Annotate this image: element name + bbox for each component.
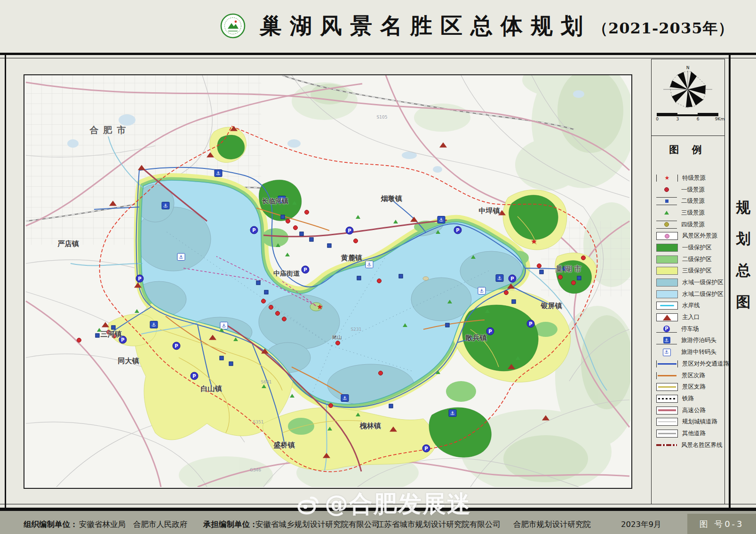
rail-swatch [656,395,678,403]
sheet-number-box: 图 号0-3 [687,514,756,534]
parking-swatch [656,325,677,333]
legend-item: 三级保护区 [656,265,724,277]
left-rule [5,53,6,508]
poster-page: 巢湖风景名胜区总体规划 （2021-2035年） [0,0,756,534]
map-panel: PPPPPPPPPPPP⚓⚓⚓⚓⚓⚓⚓⚓⚓⚓⚓⚓★★ 合肥市严店镇三河镇同大镇白… [24,74,632,489]
scale-tick: 9Km [715,117,724,121]
legend-item: 停车场 [656,323,724,335]
legend-item-label: 水岸线 [682,302,700,310]
page-title-main: 巢湖风景名胜区总体规划 [260,11,591,41]
legend-item: 风景区外景源 [656,230,724,242]
legend-item: 三级景源 [656,207,724,219]
legend-item: 二级保护区 [656,254,724,265]
legend-column-left-border [651,59,652,504]
legend-item-label: 二级保护区 [682,255,712,263]
gushan-island [423,277,429,280]
map-layers [24,74,632,489]
legend-item: 二级景源 [656,195,724,207]
footer-org-1: 安徽省林业局 [79,519,126,530]
top-rule-thin [0,58,756,58]
page-title-years: （2021-2035年） [593,18,733,39]
fill-g2-swatch [656,255,678,263]
legend-item: 水域一级保护区 [656,277,724,288]
legend-item: 一级保护区 [656,242,724,254]
footer-date: 2023年9月 [621,519,661,530]
dot-pink-swatch [656,232,678,240]
legend-item-label: 高速公路 [682,406,706,414]
legend-list: ★特级景源一级景源二级景源三级景源四级景源风景区外景源一级保护区二级保护区三级保… [656,172,724,451]
road-branch-swatch [656,383,678,391]
legend-item-label: 停车场 [681,325,699,333]
legend-item: 景区次路 [656,370,724,382]
legend-item: 规划城镇道路 [656,416,724,428]
fill-w2-swatch [656,290,678,298]
scale-tick: 3 [676,117,679,121]
legend-item-label: 主入口 [682,313,700,321]
entrance-swatch [656,313,678,321]
dock-solid-swatch [656,337,677,344]
sheet-name-strip: 规划总图 [731,198,756,312]
legend-item-label: 一级保护区 [682,244,712,252]
star-bars-swatch: ★ [656,175,678,182]
legend-item: 四级景源 [656,219,724,231]
legend-item-label: 四级景源 [681,221,705,229]
tri-green-swatch [656,209,677,216]
legend-item-label: 水域二级保护区 [682,290,724,298]
sheet-name-char: 划 [736,229,751,249]
legend-item-label: 规划城镇道路 [682,418,717,426]
sheet-name-char: 总 [736,261,751,280]
legend-column-top-border [651,59,725,59]
footer-org-label: 组织编制单位： [24,519,78,530]
legend-item-label: 三级景源 [681,209,705,217]
map-canvas: PPPPPPPPPPPP⚓⚓⚓⚓⚓⚓⚓⚓⚓⚓⚓⚓★★ 合肥市严店镇三河镇同大镇白… [24,74,632,489]
plan-road-swatch [656,418,678,426]
legend-item-label: 其他道路 [682,430,706,438]
legend-column-right-border [724,59,725,504]
scale-tick: 6 [697,117,700,121]
legend-item: ★特级景源 [656,172,724,184]
legend-item: 铁路 [656,393,724,405]
legend-item: 其他道路 [656,428,724,439]
dot-red-swatch [656,186,677,193]
other-road-swatch [656,430,678,438]
bottom-rule-thin [0,504,756,504]
legend-item-label: 景区对外交通道路 [682,360,729,368]
legend-item-label: 景区次路 [682,372,705,380]
legend-item-label: 特级景源 [682,174,706,182]
legend-item: 主入口 [656,311,724,323]
map-graphics [24,74,632,489]
legend-item-label: 旅游中转码头 [681,348,716,356]
scale-tick: 0 [656,117,659,121]
top-rule-thick [0,53,756,55]
road-sec-swatch [656,372,677,379]
boundary-swatch [656,442,677,449]
legend-item: 水岸线 [656,300,724,312]
dot-olive-swatch [656,221,677,229]
sq-blue-swatch [656,197,677,205]
legend-item-label: 铁路 [682,395,694,403]
legend-item: 风景名胜区界线 [656,439,724,451]
legend-item-label: 旅游停泊码头 [681,336,716,344]
legend-item-label: 景区支路 [682,383,706,391]
sheet-name-char: 图 [736,292,751,312]
legend-item-label: 三级保护区 [682,267,712,275]
scale-bar: 0369Km [657,113,718,122]
legend-item-label: 风景名胜区界线 [681,441,723,449]
legend-column-divider [651,135,725,136]
legend-item: 景区对外交通道路 [656,358,724,370]
footer-undertake-1: 安徽省城乡规划设计研究院有限公司 [255,519,380,530]
compass-rose: N [657,65,719,110]
dock-outline-swatch [656,349,677,356]
footer-org-2: 合肥市人民政府 [133,519,188,530]
legend-item: 旅游停泊码头 [656,335,724,347]
sheet-name-char: 规 [736,198,751,217]
fill-g1-swatch [656,244,678,252]
shore-swatch [656,302,678,310]
highway-swatch [656,406,678,414]
road-main-swatch [656,360,678,367]
legend-item: 一级景源 [656,184,724,196]
legend-item: 水域二级保护区 [656,288,724,300]
scale-bar-segments [657,113,718,116]
footer-undertake-label: 承担编制单位： [203,519,258,530]
fill-w1-swatch [656,279,678,287]
